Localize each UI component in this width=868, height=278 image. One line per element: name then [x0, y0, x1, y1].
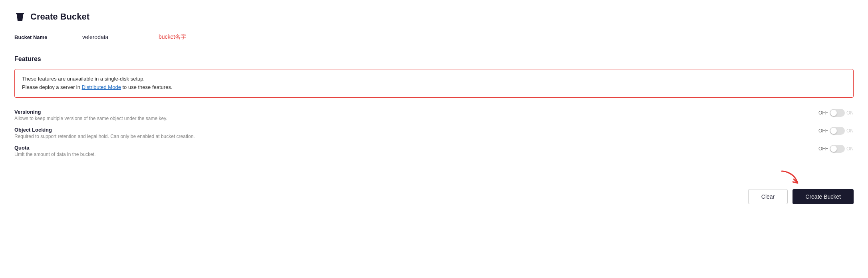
- create-bucket-button[interactable]: Create Bucket: [793, 189, 854, 204]
- bucket-name-label: Bucket Name: [14, 34, 82, 40]
- versioning-toggle-off: OFF: [818, 110, 828, 116]
- features-section: Versioning Allows to keep multiple versi…: [14, 109, 854, 157]
- bucket-name-input[interactable]: [82, 34, 152, 40]
- object-locking-toggle-thumb[interactable]: [830, 127, 845, 135]
- page-header: Create Bucket: [14, 11, 854, 22]
- quota-toggle-off: OFF: [818, 146, 828, 152]
- quota-info: Quota Limit the amount of data in the bu…: [14, 145, 95, 157]
- page-title: Create Bucket: [30, 12, 89, 22]
- warning-text-line2: Please deploy a server in Distributed Mo…: [22, 83, 846, 92]
- feature-row-versioning: Versioning Allows to keep multiple versi…: [14, 109, 854, 121]
- versioning-toggle[interactable]: OFF ON: [818, 109, 854, 117]
- bucket-name-row: Bucket Name bucket名字: [14, 34, 854, 48]
- quota-toggle-on: ON: [846, 146, 854, 152]
- versioning-toggle-thumb[interactable]: [830, 109, 845, 117]
- quota-toggle-thumb[interactable]: [830, 145, 845, 153]
- warning-suffix: to use these features.: [121, 84, 173, 90]
- warning-text-line1: These features are unavailable in a sing…: [22, 75, 846, 83]
- versioning-name: Versioning: [14, 109, 167, 115]
- bucket-icon: [14, 11, 26, 22]
- object-locking-info: Object Locking Required to support reten…: [14, 127, 195, 139]
- svg-rect-1: [16, 13, 24, 14]
- distributed-mode-link[interactable]: Distributed Mode: [82, 84, 121, 90]
- warning-prefix: Please deploy a server in: [22, 84, 82, 90]
- versioning-desc: Allows to keep multiple versions of the …: [14, 116, 167, 121]
- feature-row-object-locking: Object Locking Required to support reten…: [14, 127, 854, 139]
- page-container: Create Bucket Bucket Name bucket名字 Featu…: [0, 0, 868, 215]
- bucket-name-hint: bucket名字: [159, 34, 186, 41]
- footer-actions: Clear Create Bucket: [14, 181, 854, 204]
- quota-desc: Limit the amount of data in the bucket.: [14, 152, 95, 157]
- object-locking-toggle[interactable]: OFF ON: [818, 127, 854, 135]
- arrow-indicator: [778, 169, 802, 190]
- feature-row-quota: Quota Limit the amount of data in the bu…: [14, 145, 854, 157]
- bucket-name-input-area: bucket名字: [82, 34, 186, 41]
- object-locking-toggle-off: OFF: [818, 128, 828, 134]
- features-section-title: Features: [14, 55, 854, 63]
- warning-box: These features are unavailable in a sing…: [14, 69, 854, 98]
- object-locking-desc: Required to support retention and legal …: [14, 134, 195, 139]
- object-locking-name: Object Locking: [14, 127, 195, 133]
- quota-toggle[interactable]: OFF ON: [818, 145, 854, 153]
- quota-name: Quota: [14, 145, 95, 151]
- versioning-info: Versioning Allows to keep multiple versi…: [14, 109, 167, 121]
- versioning-toggle-on: ON: [846, 110, 854, 116]
- object-locking-toggle-on: ON: [846, 128, 854, 134]
- clear-button[interactable]: Clear: [748, 189, 788, 204]
